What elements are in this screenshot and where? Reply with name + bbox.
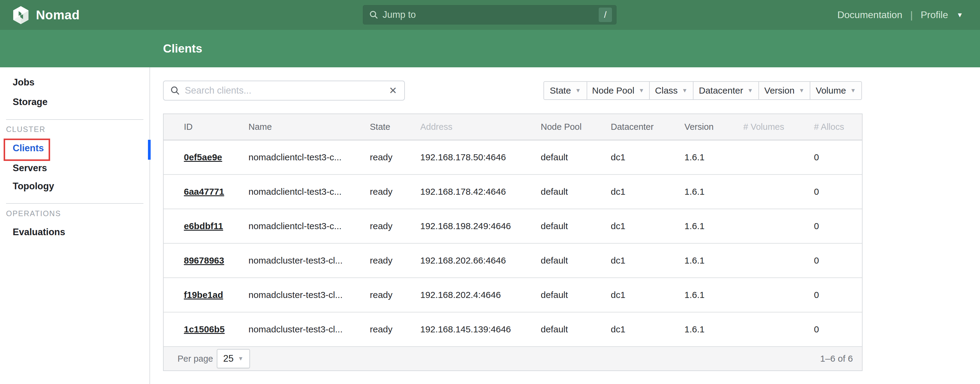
- column-header-version[interactable]: Version: [684, 122, 743, 132]
- table-row[interactable]: f19be1ad nomadcluster-test3-cl... ready …: [164, 278, 862, 312]
- per-page-label: Per page: [178, 354, 213, 364]
- sidebar-item-clients[interactable]: Clients: [13, 143, 44, 154]
- client-datacenter: dc1: [611, 186, 684, 197]
- active-nav-indicator: [148, 140, 151, 160]
- table-footer: Per page 25 ▼ 1–6 of 6: [164, 347, 862, 370]
- client-address: 192.168.178.50:4646: [420, 152, 541, 163]
- client-version: 1.6.1: [684, 324, 743, 335]
- client-address: 192.168.145.139:4646: [420, 324, 541, 335]
- table-row[interactable]: 1c1506b5 nomadcluster-test3-cl... ready …: [164, 312, 862, 347]
- table-header-row: ID Name State Address Node Pool Datacent…: [164, 114, 862, 140]
- search-icon: [170, 86, 180, 96]
- search-icon: [369, 10, 378, 19]
- client-id-link[interactable]: f19be1ad: [184, 290, 248, 300]
- per-page-select[interactable]: 25 ▼: [217, 349, 250, 368]
- chevron-down-icon: ▼: [638, 87, 644, 94]
- client-node-pool: default: [541, 186, 611, 197]
- client-version: 1.6.1: [684, 221, 743, 231]
- client-node-pool: default: [541, 255, 611, 266]
- client-allocs: 0: [814, 255, 862, 266]
- client-allocs: 0: [814, 290, 862, 300]
- client-name: nomadclientcl-test3-c...: [248, 186, 370, 197]
- filter-node-pool[interactable]: Node Pool▼: [587, 81, 650, 100]
- table-row[interactable]: 0ef5ae9e nomadclientcl-test3-c... ready …: [164, 140, 862, 175]
- client-name: nomadclientcl-test3-c...: [248, 152, 370, 163]
- nomad-brand-link[interactable]: Nomad: [13, 0, 80, 30]
- chevron-down-icon[interactable]: ▼: [956, 11, 963, 19]
- column-header-allocs: # Allocs: [814, 122, 862, 132]
- client-state: ready: [370, 152, 420, 163]
- table-row[interactable]: 6aa47771 nomadclientcl-test3-c... ready …: [164, 175, 862, 209]
- sidebar-divider: [6, 203, 143, 204]
- table-row[interactable]: 89678963 nomadcluster-test3-cl... ready …: [164, 244, 862, 278]
- column-header-name[interactable]: Name: [248, 122, 370, 132]
- client-name: nomadcluster-test3-cl...: [248, 255, 370, 266]
- table-row[interactable]: e6bdbf11 nomadclientcl-test3-c... ready …: [164, 209, 862, 244]
- client-version: 1.6.1: [684, 290, 743, 300]
- nomad-logo-icon: [13, 6, 29, 24]
- sidebar-divider: [6, 119, 143, 120]
- filter-state[interactable]: State▼: [543, 81, 587, 100]
- client-datacenter: dc1: [611, 255, 684, 266]
- client-datacenter: dc1: [611, 324, 684, 335]
- jump-to-input[interactable]: [378, 5, 599, 24]
- client-id-link[interactable]: 89678963: [184, 255, 248, 266]
- filter-class[interactable]: Class▼: [650, 81, 694, 100]
- client-state: ready: [370, 221, 420, 231]
- client-state: ready: [370, 186, 420, 197]
- client-datacenter: dc1: [611, 152, 684, 163]
- sidebar-item-storage[interactable]: Storage: [13, 97, 48, 107]
- per-page-value: 25: [223, 353, 233, 364]
- sidebar-item-evaluations[interactable]: Evaluations: [13, 227, 65, 237]
- column-header-datacenter[interactable]: Datacenter: [611, 122, 684, 132]
- client-node-pool: default: [541, 290, 611, 300]
- client-id-link[interactable]: 6aa47771: [184, 186, 248, 197]
- client-datacenter: dc1: [611, 221, 684, 231]
- column-header-node-pool[interactable]: Node Pool: [541, 122, 611, 132]
- top-nav-bar: Nomad / Documentation | Profile ▼: [0, 0, 980, 30]
- clear-search-icon[interactable]: ✕: [389, 86, 397, 96]
- filter-volume[interactable]: Volume▼: [810, 81, 862, 100]
- client-allocs: 0: [814, 152, 862, 163]
- client-address: 192.168.202.66:4646: [420, 255, 541, 266]
- chevron-down-icon: ▼: [575, 87, 581, 94]
- sidebar: Jobs Storage CLUSTER Clients Servers Top…: [0, 67, 150, 384]
- search-clients-input[interactable]: [180, 81, 389, 100]
- sidebar-item-topology[interactable]: Topology: [13, 181, 54, 192]
- client-name: nomadcluster-test3-cl...: [248, 324, 370, 335]
- page-title: Clients: [163, 30, 202, 67]
- column-header-id[interactable]: ID: [184, 122, 248, 132]
- filter-version[interactable]: Version▼: [759, 81, 810, 100]
- profile-menu[interactable]: Profile: [921, 10, 948, 21]
- chevron-down-icon: ▼: [682, 87, 688, 94]
- client-address: 192.168.198.249:4646: [420, 221, 541, 231]
- filter-datacenter[interactable]: Datacenter▼: [694, 81, 759, 100]
- pagination-range: 1–6 of 6: [820, 354, 853, 364]
- client-node-pool: default: [541, 324, 611, 335]
- client-datacenter: dc1: [611, 290, 684, 300]
- sidebar-item-servers[interactable]: Servers: [13, 163, 47, 174]
- client-state: ready: [370, 255, 420, 266]
- documentation-link[interactable]: Documentation: [837, 10, 902, 21]
- column-header-state[interactable]: State: [370, 122, 420, 132]
- chevron-down-icon: ▼: [799, 87, 805, 94]
- chevron-down-icon: ▼: [850, 87, 856, 94]
- client-allocs: 0: [814, 324, 862, 335]
- chevron-down-icon: ▼: [747, 87, 753, 94]
- client-id-link[interactable]: 0ef5ae9e: [184, 152, 248, 163]
- client-id-link[interactable]: 1c1506b5: [184, 324, 248, 335]
- client-version: 1.6.1: [684, 255, 743, 266]
- client-allocs: 0: [814, 221, 862, 231]
- chevron-down-icon: ▼: [238, 355, 243, 362]
- client-id-link[interactable]: e6bdbf11: [184, 221, 248, 231]
- jump-to-search[interactable]: /: [363, 5, 617, 24]
- sidebar-item-jobs[interactable]: Jobs: [13, 77, 34, 88]
- clients-table: ID Name State Address Node Pool Datacent…: [163, 113, 862, 371]
- client-state: ready: [370, 324, 420, 335]
- topbar-right-links: Documentation | Profile ▼: [837, 0, 963, 30]
- sidebar-section-operations: OPERATIONS: [6, 209, 61, 218]
- client-node-pool: default: [541, 221, 611, 231]
- client-address: 192.168.178.42:4646: [420, 186, 541, 197]
- client-state: ready: [370, 290, 420, 300]
- column-header-volumes: # Volumes: [743, 122, 814, 132]
